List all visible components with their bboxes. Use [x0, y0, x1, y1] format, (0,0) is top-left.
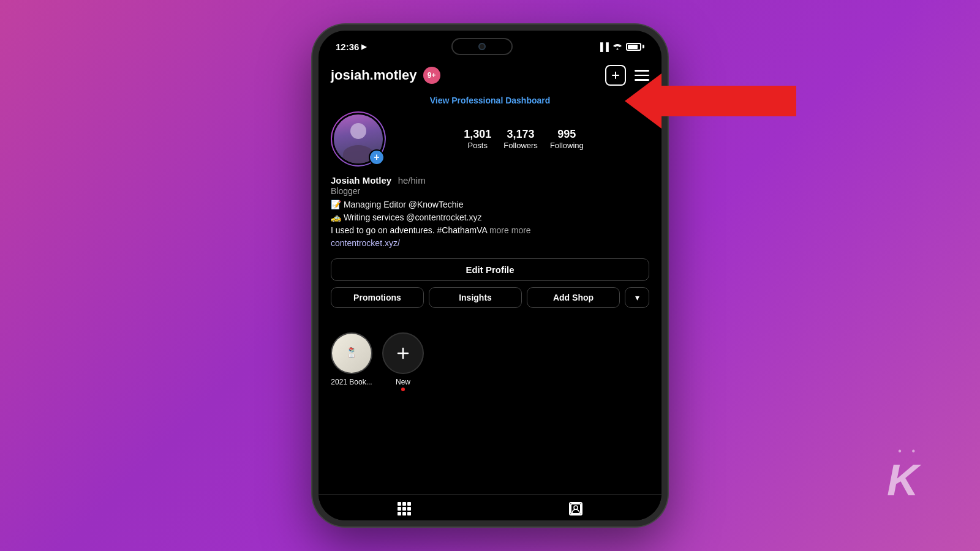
- followers-count: 3,173: [507, 128, 535, 141]
- posts-stat[interactable]: 1,301 Posts: [464, 128, 491, 150]
- highlight-label-new: New: [396, 378, 410, 386]
- front-camera: [478, 43, 486, 50]
- following-label: Following: [550, 141, 584, 150]
- notification-badge[interactable]: 9+: [423, 67, 440, 84]
- pro-dashboard-link[interactable]: View Professional Dashboard: [318, 92, 662, 111]
- following-stat[interactable]: 995 Following: [550, 128, 584, 150]
- posts-label: Posts: [467, 141, 488, 150]
- bio-line3: I used to go on adventures. #ChathamVA: [331, 225, 487, 235]
- username-area: josiah.motley 9+: [331, 67, 440, 84]
- bio-more[interactable]: more: [489, 225, 509, 235]
- insights-button[interactable]: Insights: [429, 287, 522, 308]
- kt-logo: K: [887, 458, 919, 502]
- bio-text: 📝 Managing Editor @KnowTechie 🚕 Writing …: [331, 198, 649, 250]
- avatar-container: +: [331, 111, 386, 167]
- phone-frame: 12:36 ▶ ▐▐: [312, 24, 668, 527]
- status-time: 12:36 ▶: [336, 42, 366, 52]
- posts-count: 1,301: [464, 128, 491, 141]
- highlights-section: 📚📖 2021 Book... New: [318, 326, 662, 397]
- bio-line2: 🚕 Writing services @contentrocket.xyz: [331, 211, 649, 224]
- status-icons: ▐▐: [598, 42, 644, 51]
- bio-category: Blogger: [331, 186, 649, 196]
- volume-down-button[interactable]: [312, 144, 313, 165]
- bio-more-text[interactable]: more: [511, 225, 531, 235]
- pronouns: he/him: [398, 175, 426, 186]
- bio-link[interactable]: contentrocket.xyz/: [331, 237, 649, 250]
- followers-stat[interactable]: 3,173 Followers: [503, 128, 538, 150]
- action-buttons: Edit Profile Promotions Insights Add Sho…: [331, 258, 649, 308]
- following-count: 995: [557, 128, 576, 141]
- profile-stats: 1,301 Posts 3,173 Followers 995 Followin…: [398, 128, 649, 150]
- dynamic-island: [451, 38, 513, 55]
- red-arrow: [625, 73, 796, 129]
- battery-icon: [626, 43, 644, 51]
- bottom-navigation: [318, 494, 662, 520]
- followers-label: Followers: [503, 141, 538, 150]
- add-content-button[interactable]: [605, 65, 626, 86]
- signal-icon: ▐▐: [598, 42, 609, 51]
- instagram-header: josiah.motley 9+: [318, 60, 662, 92]
- edit-profile-button[interactable]: Edit Profile: [331, 258, 649, 281]
- promotions-button[interactable]: Promotions: [331, 287, 424, 308]
- book-pattern: 📚📖: [346, 345, 357, 361]
- profile-top: + 1,301 Posts 3,173 Followers 995 Follow…: [331, 111, 649, 167]
- person-tag-icon: [569, 502, 582, 515]
- tagged-nav-button[interactable]: [568, 501, 584, 517]
- time-display: 12:36: [336, 42, 359, 52]
- highlight-label-books: 2021 Book...: [331, 378, 372, 386]
- highlight-new-dot: [401, 388, 405, 391]
- grid-nav-button[interactable]: [396, 501, 412, 517]
- menu-line-1: [635, 70, 649, 72]
- svg-point-5: [574, 506, 578, 509]
- volume-up-button[interactable]: [312, 116, 313, 138]
- add-story-button[interactable]: +: [369, 149, 385, 165]
- add-shop-button[interactable]: Add Shop: [527, 287, 620, 308]
- arrow-head: [625, 73, 662, 129]
- grid-icon: [398, 502, 411, 515]
- wifi-icon: [612, 42, 622, 51]
- highlight-image-books: 📚📖: [332, 334, 371, 373]
- highlight-item-new[interactable]: New: [382, 332, 424, 391]
- phone-content: josiah.motley 9+ View Professional Dash: [318, 60, 662, 520]
- more-options-button[interactable]: ▾: [625, 287, 649, 308]
- bio-section: Josiah Motley he/him Blogger 📝 Managing …: [331, 175, 649, 250]
- highlight-item-books[interactable]: 📚📖 2021 Book...: [331, 332, 372, 391]
- secondary-buttons: Promotions Insights Add Shop ▾: [331, 287, 649, 308]
- power-button[interactable]: [667, 129, 668, 165]
- username-text: josiah.motley: [331, 67, 417, 83]
- arrow-body: [662, 86, 796, 116]
- mute-button[interactable]: [312, 92, 313, 109]
- location-icon: ▶: [361, 43, 366, 51]
- bio-line1: 📝 Managing Editor @KnowTechie: [331, 198, 649, 211]
- status-bar: 12:36 ▶ ▐▐: [318, 31, 662, 60]
- highlight-circle-books: 📚📖: [331, 332, 372, 374]
- profile-section: + 1,301 Posts 3,173 Followers 995 Follow…: [318, 111, 662, 326]
- display-name: Josiah Motley: [331, 175, 391, 186]
- highlight-new-button[interactable]: [382, 332, 424, 374]
